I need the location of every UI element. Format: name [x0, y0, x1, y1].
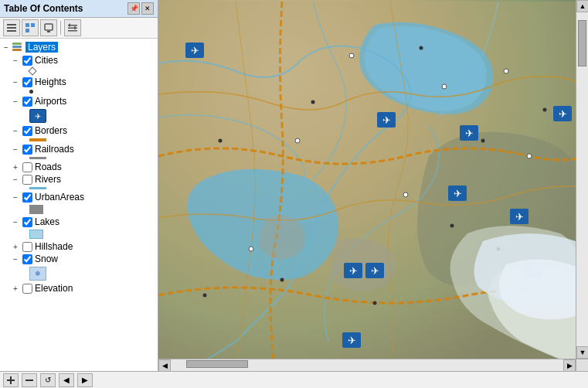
source-view-button[interactable]: [22, 19, 39, 36]
borders-checkbox[interactable]: [22, 126, 32, 136]
railroads-legend-item: [29, 157, 158, 159]
rivers-legend: [29, 185, 158, 191]
snow-legend-item: ❄: [29, 267, 158, 281]
display-view-button[interactable]: [40, 19, 57, 36]
svg-rect-14: [12, 46, 22, 48]
vertical-scrollbar[interactable]: ▲ ▼: [576, 0, 588, 359]
back-button[interactable]: ◀: [59, 373, 74, 387]
roads-expand-icon[interactable]: +: [11, 162, 20, 172]
airports-label: Airports: [35, 96, 66, 107]
scroll-h-track[interactable]: [171, 359, 563, 371]
hillshade-label: Hillshade: [35, 241, 73, 252]
urbanareas-symbol: [29, 205, 43, 214]
borders-legend-item: [29, 138, 158, 141]
refresh-button[interactable]: ↺: [40, 373, 56, 387]
svg-point-16: [349, 53, 354, 58]
layers-expand-icon[interactable]: −: [2, 43, 11, 52]
heights-expand-icon[interactable]: −: [11, 77, 20, 87]
railroads-group: − Railroads: [0, 143, 158, 161]
airports-expand-icon[interactable]: −: [11, 97, 20, 106]
railroads-symbol: [29, 157, 46, 159]
toc-header: Table Of Contents 📌 ✕: [0, 0, 158, 18]
svg-text:✈: ✈: [382, 114, 391, 126]
heights-group: − Heights: [0, 76, 158, 95]
roads-group: + Roads: [0, 161, 158, 173]
snow-expand-icon[interactable]: −: [11, 254, 20, 264]
svg-text:✈: ✈: [515, 211, 524, 223]
toc-toolbar: [0, 18, 158, 39]
scroll-v-track[interactable]: [576, 12, 588, 346]
airports-checkbox[interactable]: [22, 97, 32, 107]
hillshade-item[interactable]: + Hillshade: [0, 240, 158, 253]
elevation-checkbox[interactable]: [22, 284, 32, 294]
snow-label: Snow: [35, 254, 58, 264]
lakes-expand-icon[interactable]: −: [11, 217, 20, 226]
heights-checkbox[interactable]: [22, 77, 32, 87]
svg-point-19: [504, 69, 508, 73]
options-button[interactable]: [64, 19, 81, 36]
borders-expand-icon[interactable]: −: [11, 126, 20, 135]
layers-group-header[interactable]: − Layers: [0, 40, 158, 54]
hillshade-expand-icon[interactable]: +: [11, 242, 20, 251]
lakes-checkbox[interactable]: [22, 217, 32, 227]
svg-point-25: [420, 46, 423, 50]
lakes-item[interactable]: − Lakes: [0, 216, 158, 228]
zoom-in-button[interactable]: [3, 373, 19, 387]
hillshade-group: + Hillshade: [0, 240, 158, 253]
svg-text:✈: ✈: [349, 265, 358, 277]
cities-item[interactable]: − Cities: [0, 54, 158, 66]
railroads-item[interactable]: − Railroads: [0, 143, 158, 155]
elevation-expand-icon[interactable]: +: [11, 284, 20, 293]
toc-pin-button[interactable]: 📌: [127, 2, 140, 15]
scroll-v-thumb[interactable]: [578, 20, 586, 66]
railroads-expand-icon[interactable]: −: [11, 145, 20, 154]
elevation-item[interactable]: + Elevation: [0, 282, 158, 294]
svg-rect-7: [47, 31, 50, 32]
railroads-checkbox[interactable]: [22, 145, 32, 155]
layers-group: − Layers − Cities: [0, 40, 158, 294]
toc-close-button[interactable]: ✕: [141, 2, 154, 15]
rivers-symbol: [29, 187, 46, 189]
map-svg: ✈ ✈ ✈ ✈ ✈ ✈ ✈: [158, 0, 588, 371]
urbanareas-expand-icon[interactable]: −: [11, 192, 20, 202]
heights-item[interactable]: − Heights: [0, 76, 158, 88]
svg-point-18: [295, 138, 300, 143]
rivers-item[interactable]: − Rivers: [0, 173, 158, 185]
svg-rect-0: [7, 24, 16, 26]
airports-item[interactable]: − Airports: [0, 95, 158, 107]
svg-rect-13: [12, 49, 22, 51]
scroll-down-button[interactable]: ▼: [576, 346, 588, 359]
hillshade-checkbox[interactable]: [22, 242, 32, 252]
svg-point-22: [527, 154, 532, 158]
svg-rect-57: [7, 379, 15, 381]
roads-checkbox[interactable]: [22, 162, 32, 172]
borders-item[interactable]: − Borders: [0, 124, 158, 137]
scroll-up-button[interactable]: ▲: [576, 0, 588, 12]
svg-point-31: [203, 294, 207, 298]
elevation-group: + Elevation: [0, 282, 158, 294]
svg-rect-6: [45, 24, 53, 30]
map-container[interactable]: ✈ ✈ ✈ ✈ ✈ ✈ ✈: [158, 0, 588, 371]
horizontal-scrollbar[interactable]: ◀ ▶: [158, 359, 576, 371]
railroads-legend: [29, 155, 158, 161]
lakes-legend-item: [29, 230, 158, 239]
rivers-expand-icon[interactable]: −: [11, 175, 20, 184]
snow-checkbox[interactable]: [22, 254, 32, 264]
cities-expand-icon[interactable]: −: [11, 56, 20, 65]
lakes-group: − Lakes: [0, 216, 158, 240]
scroll-h-thumb[interactable]: [186, 360, 248, 368]
roads-item[interactable]: + Roads: [0, 161, 158, 173]
list-view-button[interactable]: [3, 19, 20, 36]
cities-checkbox[interactable]: [22, 56, 32, 66]
scroll-right-button[interactable]: ▶: [563, 359, 576, 371]
cities-label: Cities: [35, 55, 58, 66]
zoom-out-button[interactable]: [22, 373, 37, 387]
scroll-left-button[interactable]: ◀: [158, 359, 171, 371]
toc-title: Table Of Contents: [4, 3, 83, 14]
urbanareas-checkbox[interactable]: [22, 192, 32, 203]
forward-button[interactable]: ▶: [77, 373, 93, 387]
urbanareas-item[interactable]: − UrbanAreas: [0, 191, 158, 203]
urbanareas-group: − UrbanAreas: [0, 191, 158, 216]
rivers-checkbox[interactable]: [22, 175, 32, 185]
snow-item[interactable]: − Snow: [0, 253, 158, 265]
